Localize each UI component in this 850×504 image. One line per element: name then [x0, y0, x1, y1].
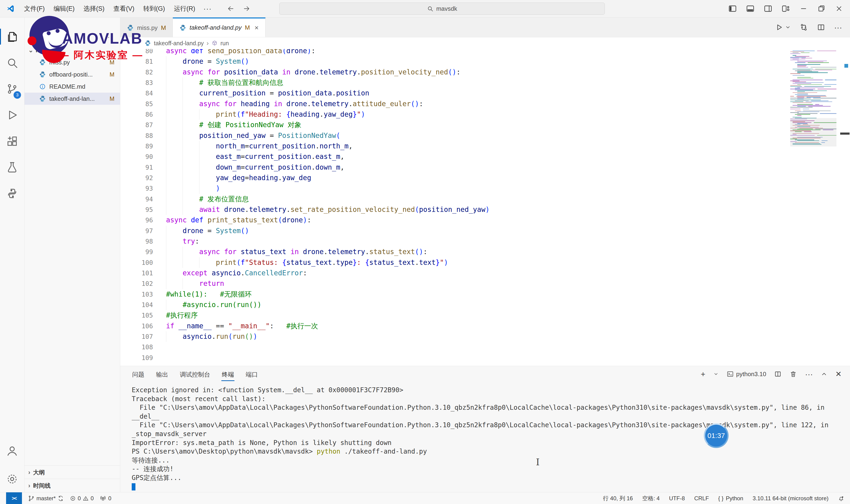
code-line: 81 drone = System() — [120, 56, 789, 67]
menu-more-button[interactable]: ··· — [200, 5, 215, 13]
activitybar-settings-icon[interactable] — [0, 466, 24, 492]
run-python-file-icon[interactable] — [775, 23, 783, 32]
sidebar-section-timeline[interactable]: › 时间线 — [24, 479, 120, 492]
statusbar-item[interactable]: 空格: 4 — [642, 495, 660, 502]
mouse-ibeam-cursor: I — [536, 457, 540, 467]
run-dropdown-chevron-icon[interactable] — [785, 24, 791, 30]
activitybar-run-debug-icon[interactable] — [0, 102, 24, 128]
panel-tab[interactable]: 问题 — [132, 367, 145, 381]
panel-tab[interactable]: 端口 — [245, 367, 258, 381]
toggle-secondary-sidebar-icon[interactable] — [760, 2, 776, 16]
line-number: 91 — [120, 162, 161, 173]
activitybar-explorer-icon[interactable] — [0, 23, 24, 50]
panel-tab[interactable]: 调试控制台 — [179, 367, 211, 381]
nav-forward-icon[interactable] — [243, 5, 250, 13]
modified-badge: M — [109, 59, 115, 66]
error-icon — [70, 496, 76, 501]
tab-label: miss.py — [137, 24, 158, 32]
file-item[interactable]: offboard-positi...M — [24, 68, 120, 80]
statusbar-item[interactable]: UTF-8 — [669, 495, 685, 502]
activitybar-extensions-icon[interactable] — [0, 128, 24, 154]
nav-back-icon[interactable] — [227, 5, 235, 13]
file-name: README.md — [49, 83, 111, 90]
breadcrumb-symbol[interactable]: run — [221, 40, 229, 47]
notifications-bell-icon[interactable] — [838, 495, 845, 502]
window-minimize-button[interactable] — [796, 2, 811, 16]
menu-item[interactable]: 查看(V) — [109, 3, 139, 15]
line-number: 80 — [120, 49, 161, 56]
overview-ruler-mark — [845, 64, 848, 68]
activitybar-source-control-icon[interactable]: 3 — [0, 76, 24, 102]
menu-item[interactable]: 运行(R) — [169, 3, 200, 15]
activitybar-python-icon[interactable] — [0, 180, 24, 206]
editor-tab[interactable]: takeoff-and-land.pyM× — [173, 18, 265, 37]
tab-label: takeoff-and-land.py — [190, 24, 242, 31]
activitybar-testing-icon[interactable] — [0, 154, 24, 180]
language-mode-icon: { } — [718, 495, 724, 502]
file-name: takeoff-and-lan... — [49, 95, 106, 103]
statusbar-item[interactable]: 3.10.11 64-bit (microsoft store) — [752, 495, 829, 502]
bottom-panel: 问题输出调试控制台终端端口 + python3.10 ··· ✕ Except — [120, 366, 850, 492]
menu-item[interactable]: 选择(S) — [79, 3, 109, 15]
terminal-line: Traceback (most recent call last): — [132, 395, 850, 403]
terminal-instance-label[interactable]: python3.10 — [727, 370, 766, 378]
line-number: 88 — [120, 130, 161, 141]
line-number: 90 — [120, 151, 161, 162]
maximize-panel-icon[interactable] — [821, 371, 827, 377]
ports-status[interactable]: 0 — [100, 495, 111, 502]
tab-close-icon[interactable]: × — [255, 24, 259, 32]
terminal-dropdown-chevron-icon[interactable] — [713, 372, 718, 377]
statusbar-item[interactable]: CRLF — [694, 495, 709, 502]
minimap-slider[interactable] — [790, 118, 836, 146]
new-terminal-icon[interactable]: + — [701, 370, 706, 378]
customize-layout-icon[interactable] — [778, 2, 794, 16]
sidebar-section-outline[interactable]: › 大纲 — [24, 466, 120, 479]
activitybar-search-icon[interactable] — [0, 50, 24, 76]
menu-bar: 文件(F)编辑(E)选择(S)查看(V)转到(G)运行(R) — [20, 3, 200, 15]
remote-indicator[interactable]: >< — [6, 492, 22, 504]
terminal-icon — [727, 370, 734, 378]
run-or-debug-icon[interactable] — [800, 23, 808, 32]
editor-more-actions-icon[interactable]: ··· — [834, 23, 842, 32]
sync-icon[interactable] — [58, 496, 64, 501]
info-icon — [39, 83, 46, 90]
line-number: 107 — [120, 331, 161, 342]
chevron-right-icon: › — [28, 482, 30, 489]
terminal-output[interactable]: Exception ignored in: <function System._… — [120, 382, 850, 492]
sidebar-more-icon[interactable]: ··· — [105, 33, 113, 41]
panel-tab[interactable]: 输出 — [156, 367, 169, 381]
window-close-button[interactable] — [831, 2, 847, 16]
statusbar-item[interactable]: { }Python — [718, 495, 743, 502]
panel-tab[interactable]: 终端 — [221, 367, 235, 381]
git-branch-status[interactable]: master* — [28, 495, 64, 502]
file-item[interactable]: takeoff-and-lan...M — [24, 93, 120, 105]
kill-terminal-icon[interactable] — [790, 370, 797, 378]
command-center-search[interactable]: mavsdk — [279, 3, 605, 15]
split-editor-icon[interactable] — [817, 23, 825, 32]
recording-timer-bubble[interactable]: 01:37 — [704, 423, 729, 448]
section-label: 大纲 — [33, 469, 45, 476]
split-terminal-icon[interactable] — [774, 370, 782, 378]
line-number: 103 — [120, 289, 161, 300]
toggle-panel-icon[interactable] — [743, 2, 758, 16]
close-panel-icon[interactable]: ✕ — [835, 370, 842, 378]
line-number: 100 — [120, 257, 161, 268]
toggle-sidebar-icon[interactable] — [725, 2, 740, 16]
line-number: 109 — [120, 353, 161, 363]
file-item[interactable]: miss.pyM — [24, 56, 120, 68]
code-line: 95 await drone.telemetry.set_rate_positi… — [120, 204, 789, 215]
file-item[interactable]: README.md — [24, 80, 120, 93]
editor-tab[interactable]: miss.pyM — [120, 18, 173, 37]
menu-item[interactable]: 文件(F) — [20, 3, 49, 15]
window-restore-button[interactable] — [814, 2, 829, 16]
menu-item[interactable]: 编辑(E) — [49, 3, 79, 15]
activitybar-account-icon[interactable] — [0, 437, 24, 466]
folder-row-mavsdk[interactable]: ⌄ MAVSDK — [24, 44, 120, 56]
statusbar-item[interactable]: 行 40, 列 16 — [603, 495, 633, 502]
breadcrumb-file[interactable]: takeoff-and-land.py — [154, 40, 204, 47]
menu-item[interactable]: 转到(G) — [139, 3, 169, 15]
problems-status[interactable]: 0 0 — [70, 495, 94, 502]
panel-more-actions-icon[interactable]: ··· — [805, 370, 813, 378]
code-editor[interactable]: 80async def send_position_data(drone):81… — [120, 49, 850, 366]
code-line: 92 yaw_deg=heading.yaw_deg — [120, 173, 789, 183]
